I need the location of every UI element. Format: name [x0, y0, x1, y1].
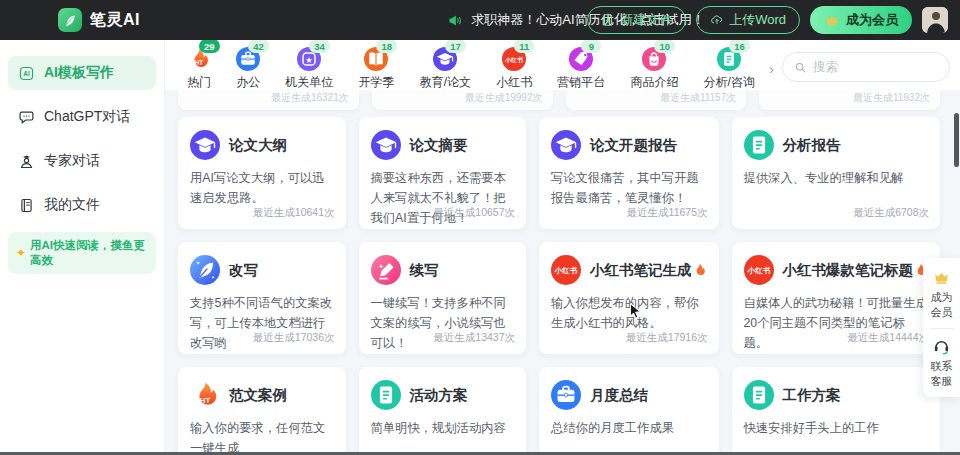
card-title: 论文开题报告: [590, 136, 677, 155]
tab-count-badge: 29: [199, 40, 220, 53]
expert-dialog-icon: [18, 153, 35, 170]
svg-text:小红书: 小红书: [504, 56, 523, 64]
sidebar: AI AI模板写作 ChatGPT对话 专家对话 我的文件 ✦ 用AI快速阅读，…: [0, 40, 165, 455]
tab-label: 热门: [187, 74, 211, 91]
card-xhs-hot-title[interactable]: 小红书 小红书爆款笔记标题 自媒体人的武功秘籍！可批量生成20个同主题不同类型的…: [732, 242, 941, 354]
card-usage-count: 最近生成6708次: [853, 206, 929, 220]
search-input[interactable]: [813, 60, 938, 74]
tab-analysis-consult[interactable]: 16 分析/咨询: [704, 40, 755, 91]
card-xhs-note-generate[interactable]: 小红书 小红书笔记生成 输入你想发布的内容，帮你生成小红书的风格。 最近生成17…: [539, 242, 719, 354]
svg-text:+: +: [378, 262, 383, 271]
new-file-button[interactable]: 新建文件: [587, 6, 686, 34]
partial-card-footer: 最近生成11932次: [759, 90, 940, 110]
card-description: 提供深入、专业的理解和见解: [744, 169, 929, 189]
cloud-upload-icon: [710, 13, 724, 27]
template-cards-grid: 论文大纲 用AI写论文大纲，可以迅速启发思路。 最近生成10641次 论文摘要 …: [178, 117, 940, 455]
logo-feather-icon: [58, 8, 82, 32]
partial-card-footer: 最近生成19992次: [372, 90, 553, 110]
grad-cap-icon: [551, 130, 581, 160]
sidebar-item-label: ChatGPT对话: [44, 108, 130, 126]
card-description: 简单明快，规划活动内容: [371, 419, 515, 439]
tab-count-badge: 17: [445, 40, 466, 53]
upload-word-button[interactable]: 上传Word: [696, 6, 800, 34]
scrollbar-thumb[interactable]: [954, 113, 959, 167]
card-usage-count: 最近生成10641次: [253, 206, 335, 220]
svg-text:✦: ✦: [211, 275, 215, 280]
sidebar-item-label: 我的文件: [44, 196, 100, 214]
doc-icon: [371, 380, 401, 410]
sidebar-item-my-files[interactable]: 我的文件: [8, 188, 156, 222]
xhs-icon: 小红书: [744, 255, 774, 285]
tab-xiaohongshu[interactable]: 小红书 11 小红书: [496, 40, 532, 91]
tab-count-badge: 10: [654, 40, 675, 53]
tab-product-intro[interactable]: 10 商品介绍: [630, 40, 678, 91]
tab-education-paper[interactable]: 17 教育/论文: [420, 40, 471, 91]
crown-icon: [824, 12, 840, 28]
card-paper-abstract[interactable]: 论文摘要 摘要这种东西，还需要本人来写就太不礼貌了！把我们AI置于何地！ 最近生…: [359, 117, 527, 229]
svg-text:HT: HT: [195, 59, 204, 66]
doc-icon: [744, 130, 774, 160]
card-usage-count: 最近生成11675次: [627, 206, 708, 220]
quill-icon: ✦✦: [190, 255, 220, 285]
pen-icon: +: [371, 255, 401, 285]
search-box[interactable]: [782, 52, 950, 82]
grad-cap-icon: [190, 130, 220, 160]
card-description: 总结你的月度工作成果: [551, 419, 707, 439]
svg-text:小红书: 小红书: [746, 266, 770, 275]
card-description: 用AI写论文大纲，可以迅速启发思路。: [190, 169, 334, 209]
user-avatar[interactable]: [922, 7, 948, 33]
tab-count-badge: 34: [309, 40, 330, 53]
file-plus-icon: [601, 13, 615, 27]
tabs-more-chevron-icon[interactable]: ›: [769, 60, 774, 77]
sidebar-item-label: 专家对话: [44, 152, 100, 170]
search-icon: [794, 61, 807, 74]
sidebar-item-expert-dialog[interactable]: 专家对话: [8, 144, 156, 178]
tab-label: 小红书: [496, 74, 532, 91]
sidebar-item-chatgpt-dialog[interactable]: ChatGPT对话: [8, 100, 156, 134]
tab-label: 办公: [236, 74, 260, 91]
floating-contact-service[interactable]: 联系客服: [930, 337, 954, 389]
card-usage-count: 最近生成17916次: [626, 331, 708, 345]
card-paper-outline[interactable]: 论文大纲 用AI写论文大纲，可以迅速启发思路。 最近生成10641次: [178, 117, 346, 229]
become-member-button[interactable]: 成为会员: [810, 6, 912, 34]
card-analysis-report[interactable]: 分析报告 提供深入、专业的理解和见解 最近生成6708次: [732, 117, 941, 229]
briefcase-icon: [551, 380, 581, 410]
my-files-icon: [18, 197, 35, 214]
card-description: 快速安排好手头上的工作: [744, 419, 929, 439]
sparkle-icon: ✦: [16, 246, 26, 260]
card-usage-count: 最近生成10657次: [433, 206, 515, 220]
card-monthly-summary[interactable]: 月度总结 总结你的月度工作成果: [539, 367, 719, 455]
ai-reading-promo[interactable]: ✦ 用AI快速阅读，摸鱼更高效: [8, 232, 156, 274]
card-activity-plan[interactable]: 活动方案 简单明快，规划活动内容: [359, 367, 527, 455]
svg-text:★: ★: [306, 56, 313, 65]
scrolled-cards-row: 最近生成16321次最近生成19992次最近生成11157次最近生成11932次: [178, 90, 940, 110]
card-work-plan[interactable]: 工作方案 快速安排好手头上的工作: [732, 367, 941, 455]
svg-text:✦: ✦: [196, 260, 201, 266]
card-rewrite[interactable]: ✦✦ 改写 支持5种不同语气的文案改写，可上传本地文档进行改写哟 最近生成170…: [178, 242, 346, 354]
sidebar-item-ai-template-writing[interactable]: AI AI模板写作: [8, 56, 156, 90]
tab-label: 商品介绍: [630, 74, 678, 91]
flame-icon: HT: [190, 380, 220, 410]
tab-label: 教育/论文: [420, 74, 471, 91]
tab-count-badge: 42: [248, 40, 269, 53]
tab-label: 开学季: [358, 74, 394, 91]
card-usage-count: 最近生成17036次: [253, 331, 335, 345]
card-title: 论文大纲: [229, 136, 287, 155]
card-paper-proposal[interactable]: 论文开题报告 写论文很痛苦，其中写开题报告最痛苦，笔灵懂你！ 最近生成11675…: [539, 117, 719, 229]
sidebar-item-label: AI模板写作: [44, 64, 114, 82]
tab-marketing[interactable]: 9 营销平台: [557, 40, 605, 91]
crown-icon: [932, 268, 951, 287]
tab-office[interactable]: 42 办公: [236, 40, 260, 91]
card-continue-writing[interactable]: + 续写 一键续写！支持多种不同文案的续写，小说续写也可以！ 最近生成13437…: [359, 242, 527, 354]
card-description: 输入你的要求，任何范文一键生成: [190, 419, 334, 455]
floating-become-member[interactable]: 成为会员: [930, 268, 954, 320]
tab-hot[interactable]: HT 29 热门: [187, 40, 211, 91]
app-logo[interactable]: 笔灵AI: [58, 8, 140, 32]
tab-school-season[interactable]: 18 开学季: [358, 40, 394, 91]
card-title: 改写: [229, 261, 258, 280]
tab-government[interactable]: ★ 34 机关单位: [285, 40, 333, 91]
tab-label: 机关单位: [285, 74, 333, 91]
card-sample-essay[interactable]: HT 范文案例 输入你的要求，任何范文一键生成: [178, 367, 346, 455]
card-title: 工作方案: [783, 386, 841, 405]
card-description: 写论文很痛苦，其中写开题报告最痛苦，笔灵懂你！: [551, 169, 707, 209]
